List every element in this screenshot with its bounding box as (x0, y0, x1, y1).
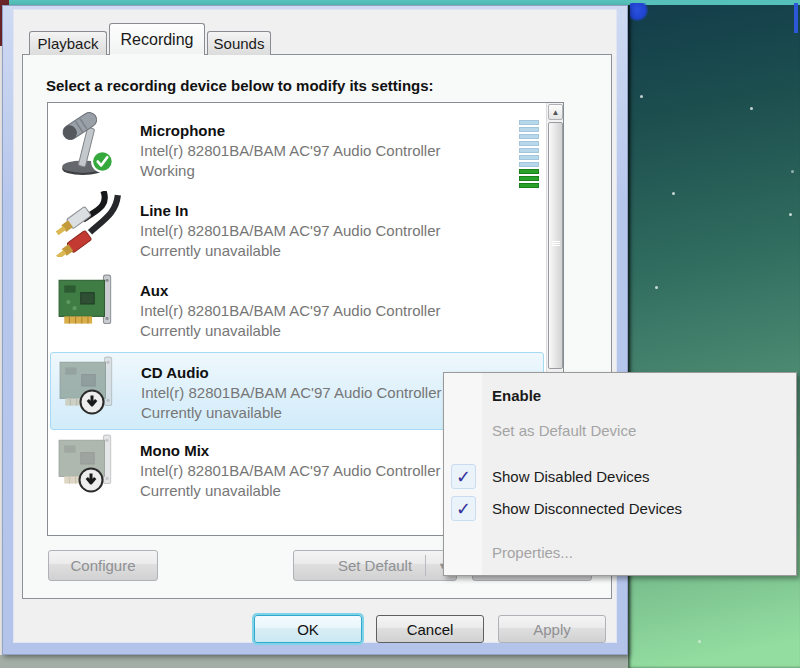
device-row-aux[interactable]: Aux Intel(r) 82801BA/BAM AC'97 Audio Con… (48, 271, 546, 351)
tab-bar: Playback Recording Sounds (29, 23, 273, 55)
device-status: Working (140, 161, 519, 181)
scrollbar-grip-icon (552, 241, 560, 247)
set-default-button[interactable]: Set Default ▼ (293, 550, 457, 581)
tab-recording[interactable]: Recording (109, 23, 205, 55)
level-meter (519, 111, 540, 191)
wallpaper-speck (791, 170, 794, 173)
device-description: Intel(r) 82801BA/BAM AC'97 Audio Control… (140, 141, 519, 161)
device-name: Microphone (140, 120, 519, 141)
wallpaper-speck (698, 640, 701, 643)
menu-item-properties[interactable]: Properties... (444, 539, 796, 565)
device-row-line-in[interactable]: Line In Intel(r) 82801BA/BAM AC'97 Audio… (48, 191, 546, 271)
menu-item-show-disabled-devices[interactable]: Show Disabled Devices (444, 463, 796, 489)
tab-sounds[interactable]: Sounds (207, 31, 271, 55)
menu-item-show-disconnected-devices[interactable]: Show Disconnected Devices (444, 495, 796, 521)
device-status: Currently unavailable (140, 321, 540, 341)
scroll-up-button[interactable]: ▲ (548, 104, 563, 120)
microphone-icon (56, 111, 126, 183)
device-description: Intel(r) 82801BA/BAM AC'97 Audio Control… (140, 221, 540, 241)
split-divider (425, 555, 426, 576)
wallpaper-speck (672, 192, 675, 195)
wallpaper-speck (640, 95, 643, 98)
bottom-edge-strip (0, 655, 628, 668)
sound-card-disabled-icon (56, 431, 126, 503)
configure-button[interactable]: Configure (48, 550, 158, 581)
wallpaper-speck (789, 213, 792, 216)
checkmark-icon: ✓ (451, 464, 476, 489)
device-info: Microphone Intel(r) 82801BA/BAM AC'97 Au… (126, 111, 519, 191)
device-info: Line In Intel(r) 82801BA/BAM AC'97 Audio… (126, 191, 540, 271)
desktop-blue-artifact (630, 3, 648, 21)
rca-jacks-icon (56, 191, 126, 263)
checkmark-icon: ✓ (451, 496, 476, 521)
device-description: Intel(r) 82801BA/BAM AC'97 Audio Control… (140, 301, 540, 321)
scroll-up-icon: ▲ (552, 108, 560, 117)
tab-playback[interactable]: Playback (29, 31, 107, 55)
device-name: Line In (140, 200, 540, 221)
wallpaper-speck (655, 286, 658, 289)
menu-item-enable[interactable]: Enable (444, 382, 796, 408)
screen-edge-line (794, 3, 798, 33)
disabled-arrow-badge (79, 389, 105, 415)
cancel-button[interactable]: Cancel (376, 615, 484, 643)
device-name: Aux (140, 280, 540, 301)
menu-item-set-as-default-device[interactable]: Set as Default Device (444, 417, 796, 443)
instruction-text: Select a recording device below to modif… (46, 77, 434, 94)
sound-card-disabled-icon (57, 353, 127, 425)
apply-button[interactable]: Apply (498, 615, 606, 643)
device-status: Currently unavailable (140, 241, 540, 261)
device-info: Aux Intel(r) 82801BA/BAM AC'97 Audio Con… (126, 271, 540, 351)
scrollbar-thumb[interactable] (548, 122, 563, 369)
ok-button[interactable]: OK (254, 615, 362, 643)
sound-card-icon (56, 271, 126, 343)
device-row-microphone[interactable]: Microphone Intel(r) 82801BA/BAM AC'97 Au… (48, 111, 546, 191)
wallpaper-speck (750, 107, 753, 110)
set-default-label: Set Default (338, 557, 412, 574)
disabled-arrow-badge (78, 467, 104, 493)
device-context-menu: Enable Set as Default Device Show Disabl… (443, 372, 797, 576)
